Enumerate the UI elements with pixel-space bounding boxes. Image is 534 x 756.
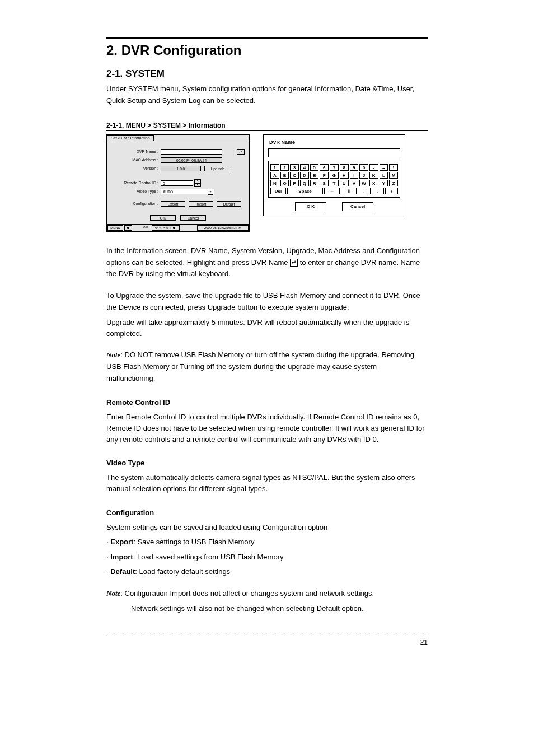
key[interactable]: D <box>300 172 309 179</box>
label-mac: MAC Address : <box>111 158 161 162</box>
window-tab: SYSTEM : Information <box>107 135 154 141</box>
import-button[interactable]: Import <box>189 201 213 207</box>
system-info-window: SYSTEM : Information DVR Name : ↵ MAC Ad… <box>106 134 250 232</box>
label-config: Configuration : <box>111 202 161 206</box>
key[interactable]: E <box>310 172 319 179</box>
key[interactable]: Z <box>389 180 398 186</box>
key[interactable]: N <box>270 180 279 186</box>
key[interactable]: J <box>359 172 368 179</box>
heading-video-type: Video Type <box>106 458 428 469</box>
enter-icon: ↵ <box>290 259 298 267</box>
key[interactable]: . <box>372 188 385 194</box>
key[interactable]: 4 <box>300 164 309 171</box>
key[interactable]: 3 <box>290 164 299 171</box>
key[interactable]: A <box>270 172 279 179</box>
label-video: Video Type : <box>111 189 161 193</box>
ok-button[interactable]: O K <box>150 215 176 221</box>
upgrade-button[interactable]: Upgrade <box>204 166 231 171</box>
note: Note: Configuration Import does not affe… <box>106 588 428 600</box>
key[interactable]: P <box>290 180 299 186</box>
key[interactable]: C <box>290 172 299 179</box>
key[interactable]: 2 <box>280 164 289 171</box>
key[interactable]: 7 <box>330 164 339 171</box>
bullet-import: · Import: Load saved settings from USB F… <box>106 552 428 563</box>
key[interactable]: U <box>340 180 349 186</box>
virtual-keyboard: DVR Name 1 2 3 4 5 6 7 8 9 0 - = \ <box>263 134 405 216</box>
paragraph: System settings can be saved and loaded … <box>106 522 428 533</box>
label-version: Version : <box>111 166 161 170</box>
section-intro: Under SYSTEM menu, System configuration … <box>106 83 428 107</box>
key[interactable]: Y <box>380 180 388 186</box>
key[interactable]: , <box>358 188 371 194</box>
remote-id-field[interactable]: 0 <box>161 180 193 186</box>
key[interactable]: = <box>380 164 388 171</box>
keyboard-title: DVR Name <box>269 139 401 145</box>
key[interactable]: L <box>380 172 388 179</box>
key[interactable]: R <box>310 180 319 186</box>
key-space[interactable]: Space <box>287 188 323 194</box>
note: Note: DO NOT remove USB Flash Memory or … <box>106 349 428 384</box>
key[interactable]: 5 <box>310 164 319 171</box>
key-shift[interactable]: ⇧ <box>341 188 357 194</box>
key[interactable]: 0 <box>359 164 368 171</box>
paragraph: Upgrade will take approximately 5 minute… <box>106 317 428 339</box>
key[interactable]: - <box>369 164 378 171</box>
status-pct: 0% <box>142 225 151 231</box>
key-del[interactable]: Del <box>270 188 286 194</box>
keyboard-cancel-button[interactable]: Cancel <box>342 202 373 211</box>
heading-remote-control-id: Remote Control ID <box>106 397 428 408</box>
paragraph: To Upgrade the system, save the upgrade … <box>106 290 428 314</box>
key[interactable]: 8 <box>340 164 349 171</box>
export-button[interactable]: Export <box>161 201 185 207</box>
note-cont: Network settings will also not be change… <box>106 603 428 614</box>
status-rec-icon: ⏺ <box>124 225 132 231</box>
paragraph: Enter Remote Control ID to control multi… <box>106 412 428 445</box>
status-icons: ⟳ ✎ ✂ ⧉ ⌂ ⏺ <box>152 225 180 231</box>
key[interactable]: B <box>280 172 289 179</box>
bullet-default: · Default: Load factory default settings <box>106 566 428 578</box>
key[interactable]: G <box>330 172 339 179</box>
keyboard-input[interactable] <box>268 148 400 157</box>
key[interactable]: H <box>340 172 349 179</box>
section-title: 2-1. SYSTEM <box>106 68 428 80</box>
label-remote: Remote Control ID : <box>111 181 161 185</box>
key[interactable]: V <box>350 180 359 186</box>
key[interactable]: X <box>369 180 378 186</box>
remote-id-spinner[interactable]: ▲▼ <box>194 179 201 187</box>
key[interactable]: W <box>359 180 368 186</box>
status-time: 2009-05-13 02:08:43 PM <box>197 225 249 231</box>
key[interactable]: F <box>320 172 329 179</box>
key[interactable]: \ <box>389 164 398 171</box>
key[interactable]: 6 <box>320 164 329 171</box>
mac-field: 00:06:F4:0B:8A:24 <box>161 157 222 163</box>
page-title: 2. DVR Configuration <box>106 43 428 58</box>
default-button[interactable]: Default <box>217 201 241 207</box>
paragraph: The system automatically detects camera … <box>106 472 428 494</box>
label-dvr-name: DVR Name : <box>111 150 161 153</box>
key[interactable]: Q <box>300 180 309 186</box>
key[interactable]: K <box>369 172 378 179</box>
key[interactable]: / <box>385 188 398 194</box>
version-field: 1.0.0 <box>161 166 201 171</box>
keyboard-ok-button[interactable]: O K <box>295 202 326 211</box>
enter-icon[interactable]: ↵ <box>237 149 245 155</box>
subsection-title: 2-1-1. MENU > SYSTEM > Information <box>106 122 428 129</box>
key[interactable]: 9 <box>350 164 359 171</box>
heading-configuration: Configuration <box>106 507 428 519</box>
key[interactable]: M <box>389 172 398 179</box>
bullet-export: · Export: Save settings to USB Flash Mem… <box>106 536 428 548</box>
key[interactable]: I <box>350 172 359 179</box>
key[interactable]: 1 <box>270 164 279 171</box>
dvr-name-field[interactable] <box>161 149 222 155</box>
status-menu[interactable]: MENU <box>107 225 123 231</box>
paragraph: In the Information screen, DVR Name, Sys… <box>106 245 428 280</box>
cancel-button[interactable]: Cancel <box>180 215 206 221</box>
key[interactable]: T <box>330 180 339 186</box>
key[interactable]: O <box>280 180 289 186</box>
key-backspace[interactable]: ← <box>324 188 340 194</box>
video-type-select[interactable]: AUTO ▼ <box>161 189 214 194</box>
key[interactable]: S <box>320 180 329 186</box>
page-number: 21 <box>106 638 428 646</box>
